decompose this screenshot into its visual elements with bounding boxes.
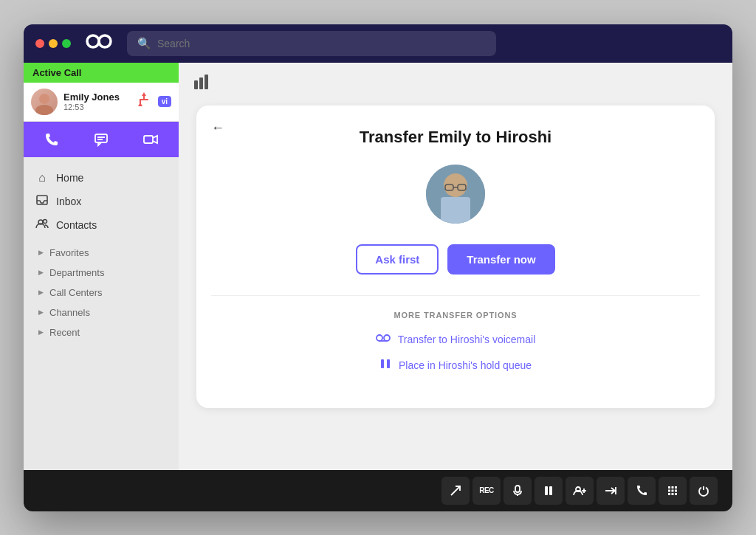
sidebar-item-contacts-label: Contacts <box>56 219 97 231</box>
svg-marker-6 <box>138 103 142 106</box>
title-bar: 🔍 <box>24 24 732 63</box>
traffic-lights <box>35 39 71 48</box>
sidebar-item-channels-label: Channels <box>49 307 90 318</box>
sidebar-item-channels[interactable]: ▶ Channels <box>24 303 179 322</box>
sidebar-item-home-label: Home <box>56 172 83 184</box>
call-chat-button[interactable] <box>78 126 124 153</box>
minimize-button[interactable] <box>49 39 58 48</box>
hiroshi-avatar <box>426 165 485 224</box>
channels-chevron-icon: ▶ <box>38 308 44 316</box>
toolbar-rec-button[interactable]: REC <box>472 477 501 505</box>
svg-point-1 <box>99 35 111 47</box>
svg-rect-38 <box>672 486 674 489</box>
svg-point-3 <box>35 105 53 115</box>
call-phone-button[interactable] <box>28 126 75 153</box>
hold-queue-link[interactable]: Place in Hiroshi's hold queue <box>379 358 532 373</box>
svg-marker-5 <box>142 92 146 96</box>
toolbar-grid-button[interactable] <box>659 477 687 505</box>
svg-rect-40 <box>668 489 670 491</box>
recent-chevron-icon: ▶ <box>38 328 44 336</box>
vi-badge: vi <box>158 96 171 107</box>
app-window: 🔍 Active Call Emily Jones <box>24 24 732 511</box>
svg-rect-28 <box>515 486 520 492</box>
right-panel-top <box>179 63 732 94</box>
svg-rect-41 <box>672 489 674 491</box>
voicemail-link-text: Transfer to Hiroshi's voicemail <box>398 334 536 345</box>
transfer-now-button[interactable]: Transfer now <box>447 244 554 275</box>
active-call-banner: Active Call <box>24 63 179 83</box>
svg-point-18 <box>444 173 467 197</box>
svg-rect-10 <box>144 136 153 143</box>
departments-chevron-icon: ▶ <box>38 269 44 276</box>
call-user-name: Emily Jones <box>63 92 130 103</box>
toolbar-transfer-button[interactable] <box>441 477 470 505</box>
transfer-icon[interactable] <box>136 92 152 111</box>
inbox-icon <box>35 195 49 208</box>
svg-rect-39 <box>675 486 677 489</box>
sidebar-item-recent[interactable]: ▶ Recent <box>24 322 179 342</box>
main-area: Active Call Emily Jones 12:53 <box>24 63 732 470</box>
home-icon: ⌂ <box>35 171 49 184</box>
search-icon: 🔍 <box>137 37 151 50</box>
toolbar-pause-button[interactable] <box>535 477 563 505</box>
bottom-toolbar: REC <box>24 470 732 511</box>
options-divider <box>211 295 700 296</box>
back-button[interactable]: ← <box>211 120 224 136</box>
app-logo <box>86 31 112 56</box>
close-button[interactable] <box>35 39 44 48</box>
more-options-label: MORE TRANSFER OPTIONS <box>394 311 518 320</box>
svg-rect-44 <box>672 493 674 495</box>
svg-rect-31 <box>549 486 552 495</box>
search-input[interactable] <box>157 38 486 49</box>
sidebar-item-departments-label: Departments <box>49 267 104 278</box>
sidebar-item-departments[interactable]: ▶ Departments <box>24 263 179 283</box>
svg-point-2 <box>39 94 49 104</box>
svg-rect-42 <box>675 489 677 491</box>
sidebar-item-favorites-label: Favorites <box>49 247 89 258</box>
sidebar-item-call-centers-label: Call Centers <box>49 287 103 298</box>
transfer-title: Transfer Emily to Hiroshi <box>360 128 551 147</box>
sidebar-item-call-centers[interactable]: ▶ Call Centers <box>24 283 179 303</box>
svg-point-23 <box>377 335 382 341</box>
svg-point-24 <box>384 335 390 341</box>
svg-point-13 <box>44 219 47 223</box>
svg-rect-26 <box>381 359 384 368</box>
chart-icon <box>193 73 213 94</box>
svg-rect-27 <box>387 359 390 368</box>
call-actions <box>24 122 179 157</box>
call-user-row[interactable]: Emily Jones 12:53 vi <box>24 83 179 122</box>
toolbar-power-button[interactable] <box>690 477 718 505</box>
transfer-card: ← Transfer Emily to Hiroshi <box>196 106 715 408</box>
voicemail-link[interactable]: Transfer to Hiroshi's voicemail <box>376 333 536 346</box>
maximize-button[interactable] <box>62 39 71 48</box>
sidebar-item-contacts[interactable]: Contacts <box>24 213 179 237</box>
toolbar-mic-button[interactable] <box>504 477 532 505</box>
toolbar-transfer-arrow-button[interactable] <box>597 477 625 505</box>
call-user-info: Emily Jones 12:53 <box>63 92 130 111</box>
ask-first-button[interactable]: Ask first <box>356 244 439 275</box>
favorites-chevron-icon: ▶ <box>38 249 44 256</box>
svg-rect-7 <box>95 134 107 142</box>
sidebar-item-inbox-label: Inbox <box>56 196 81 207</box>
svg-rect-14 <box>194 80 198 89</box>
svg-rect-15 <box>199 77 203 89</box>
sidebar-item-recent-label: Recent <box>49 327 80 338</box>
sidebar: Active Call Emily Jones 12:53 <box>24 63 179 470</box>
toolbar-phone-button[interactable] <box>628 477 656 505</box>
call-centers-chevron-icon: ▶ <box>38 289 44 296</box>
svg-rect-30 <box>545 486 548 495</box>
call-video-button[interactable] <box>128 126 174 153</box>
svg-rect-37 <box>668 486 670 489</box>
nav-section: ⌂ Home Inbox <box>24 157 179 470</box>
svg-rect-43 <box>668 493 670 495</box>
voicemail-icon <box>376 333 391 346</box>
sidebar-item-inbox[interactable]: Inbox <box>24 190 179 213</box>
search-bar[interactable]: 🔍 <box>127 31 496 56</box>
sidebar-item-home[interactable]: ⌂ Home <box>24 166 179 190</box>
svg-rect-45 <box>675 493 677 495</box>
sidebar-item-favorites[interactable]: ▶ Favorites <box>24 243 179 263</box>
svg-rect-16 <box>205 75 208 89</box>
svg-point-0 <box>87 35 99 47</box>
right-panel: ← Transfer Emily to Hiroshi <box>179 63 732 470</box>
toolbar-add-user-button[interactable] <box>566 477 594 505</box>
